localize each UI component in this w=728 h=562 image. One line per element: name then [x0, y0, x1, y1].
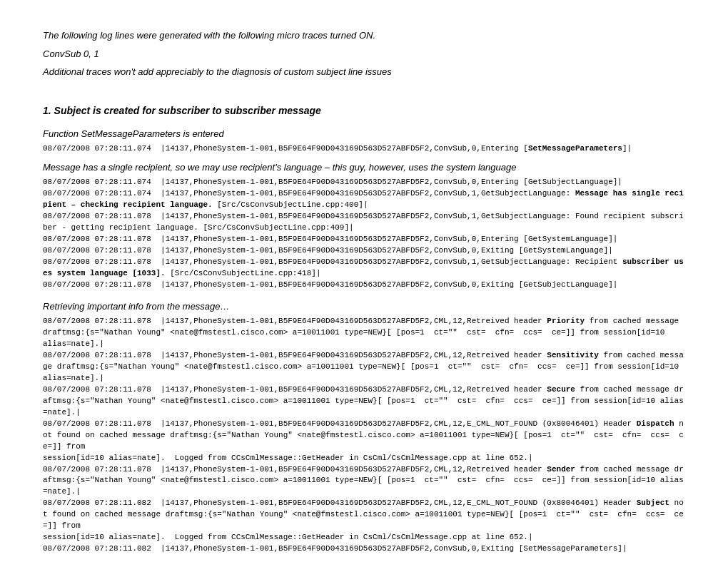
- log-block-headers: 08/07/2008 07:28:11.078 |14137,PhoneSyst…: [43, 316, 685, 555]
- sub2-label: Retrieving important info from the messa…: [43, 300, 685, 314]
- intro-line2: ConvSub 0, 1: [43, 47, 685, 61]
- log-entry-1: 08/07/2008 07:28:11.074 |14137,PhoneSyst…: [43, 143, 685, 155]
- intro-line1: The following log lines were generated w…: [43, 29, 685, 43]
- sub1-label: Function SetMessageParameters is entered: [43, 127, 685, 141]
- section1-heading: 1. Subject is created for subscriber to …: [43, 103, 685, 118]
- message-desc: Message has a single recipient, so we ma…: [43, 160, 685, 175]
- log-block-getsubjectlanguage: 08/07/2008 07:28:11.074 |14137,PhoneSyst…: [43, 177, 685, 290]
- intro-line3: Additional traces won't add appreciably …: [43, 65, 685, 79]
